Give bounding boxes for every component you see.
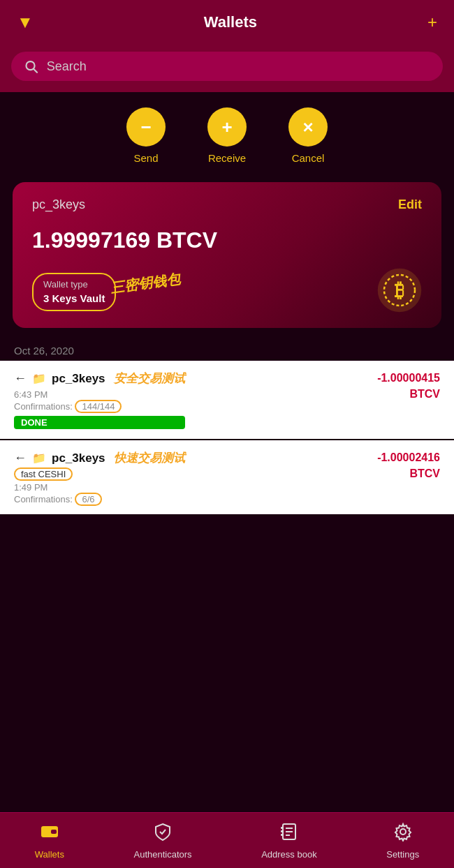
date-separator: Oct 26, 2020 (0, 338, 454, 361)
nav-settings[interactable]: Settings (375, 816, 430, 865)
wallet-card-wrap: pc_3keys Edit 1.99997169 BTCV Wallet typ… (0, 175, 454, 338)
nav-authenticators-label: Authenticators (133, 849, 191, 860)
wallet-type-label: Wallet type (43, 278, 105, 291)
nav-address-book[interactable]: Address book (250, 816, 328, 865)
cancel-label: Cancel (292, 152, 325, 164)
tx-fast-badge: fast CESHI (14, 467, 73, 481)
wallet-type-value: 3 Keys Vault (43, 291, 105, 306)
svg-rect-12 (281, 830, 284, 832)
tx-conf-value: 144/144 (75, 400, 122, 413)
page-title: Wallets (204, 13, 257, 31)
actions-bar: − Send + Receive × Cancel (0, 92, 454, 175)
send-label: Send (133, 152, 158, 164)
wallet-card-amount: 1.99997169 BTCV (32, 227, 422, 253)
tx-direction-icon: ← (14, 451, 27, 465)
transaction-item[interactable]: ← 📁 pc_3keys 快速交易测试 fast CESHI 1:49 PM C… (0, 440, 454, 514)
tx-left: ← 📁 pc_3keys 安全交易测试 6:43 PM Confirmation… (14, 371, 185, 429)
tx-wallet-icon: 📁 (32, 372, 46, 385)
nav-authenticators[interactable]: Authenticators (122, 816, 203, 865)
nav-wallets-label: Wallets (35, 849, 64, 860)
tx-wallet-name: pc_3keys (52, 372, 105, 386)
svg-text:₿: ₿ (395, 280, 404, 301)
wallet-annotation: 三密钥钱包 (110, 269, 182, 298)
svg-rect-6 (51, 830, 57, 834)
nav-settings-label: Settings (386, 849, 419, 860)
svg-point-14 (400, 829, 406, 835)
tx-left: ← 📁 pc_3keys 快速交易测试 fast CESHI 1:49 PM C… (14, 450, 185, 504)
address-book-icon (279, 822, 299, 846)
tx-amount: -1.00002416 BTCV (377, 450, 440, 481)
tx-status-badge: DONE (14, 416, 185, 429)
tx-conf-value: 6/6 (75, 493, 101, 506)
wallet-card[interactable]: pc_3keys Edit 1.99997169 BTCV Wallet typ… (13, 182, 441, 328)
filter-icon[interactable]: ▼ (17, 13, 34, 32)
nav-wallets[interactable]: Wallets (24, 816, 75, 865)
svg-line-1 (34, 69, 37, 73)
receive-label: Receive (208, 152, 246, 164)
tx-time: 6:43 PM (14, 389, 185, 400)
send-circle: − (126, 107, 166, 147)
tx-top-row: ← 📁 pc_3keys 安全交易测试 (14, 371, 185, 387)
svg-rect-13 (281, 834, 284, 836)
search-input[interactable] (47, 59, 430, 74)
receive-button[interactable]: + Receive (207, 107, 247, 164)
wallet-card-name: pc_3keys (32, 197, 85, 211)
search-inner (11, 52, 443, 81)
tx-time: 1:49 PM (14, 482, 185, 493)
tx-confirmations: Confirmations: 144/144 (14, 401, 185, 412)
send-button[interactable]: − Send (126, 107, 166, 164)
tx-sub-label: fast CESHI (14, 469, 185, 479)
shield-icon (153, 822, 173, 846)
tx-wallet-icon: 📁 (32, 451, 46, 465)
cancel-circle: × (288, 107, 328, 147)
search-bar-container (0, 45, 454, 92)
tx-amount: -1.00000415 BTCV (377, 371, 440, 402)
tx-confirmations: Confirmations: 6/6 (14, 494, 185, 504)
nav-address-book-label: Address book (261, 849, 317, 860)
bottom-nav: Wallets Authenticators Address book (0, 812, 454, 868)
cancel-button[interactable]: × Cancel (288, 107, 328, 164)
wallet-type-badge: Wallet type 3 Keys Vault (32, 273, 116, 311)
tx-wallet-name: pc_3keys (52, 451, 105, 465)
receive-circle: + (207, 107, 247, 147)
wallet-icon (40, 822, 59, 846)
tx-top-row: ← 📁 pc_3keys 快速交易测试 (14, 450, 185, 466)
tx-annotation: 安全交易测试 (114, 371, 185, 387)
transaction-item[interactable]: ← 📁 pc_3keys 安全交易测试 6:43 PM Confirmation… (0, 361, 454, 439)
tx-direction-icon: ← (14, 371, 27, 386)
svg-rect-11 (281, 827, 284, 829)
wallet-edit-button[interactable]: Edit (398, 197, 422, 212)
gear-icon (393, 822, 413, 846)
tx-annotation: 快速交易测试 (114, 450, 185, 466)
bitcoin-icon: ₿ (377, 268, 422, 313)
add-icon[interactable]: + (427, 13, 437, 32)
app-header: ▼ Wallets + (0, 0, 454, 45)
search-icon (24, 59, 38, 74)
